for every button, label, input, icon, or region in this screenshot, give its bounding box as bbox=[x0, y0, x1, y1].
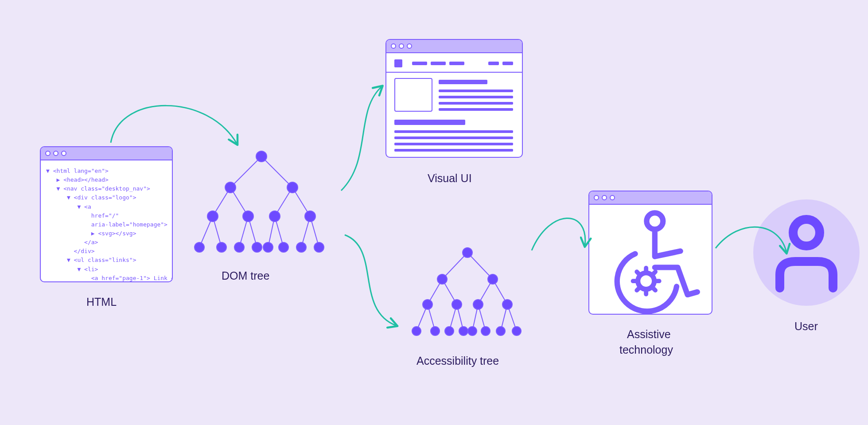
svg-line-29 bbox=[442, 253, 467, 279]
svg-point-51 bbox=[431, 327, 440, 335]
visual-ui-window bbox=[385, 39, 523, 158]
dom-tree-graphic bbox=[184, 148, 339, 263]
svg-point-20 bbox=[305, 211, 315, 222]
svg-point-28 bbox=[314, 242, 324, 252]
accessibility-tree-graphic bbox=[403, 245, 532, 344]
svg-point-24 bbox=[252, 242, 262, 252]
svg-point-16 bbox=[287, 182, 298, 193]
window-control-icon bbox=[53, 151, 58, 156]
svg-line-0 bbox=[230, 156, 261, 187]
svg-point-52 bbox=[445, 327, 454, 335]
svg-point-54 bbox=[468, 327, 477, 335]
svg-point-27 bbox=[296, 242, 306, 252]
user-icon bbox=[769, 213, 844, 292]
svg-point-23 bbox=[234, 242, 244, 252]
window-control-icon bbox=[391, 43, 396, 49]
window-control-icon bbox=[602, 195, 607, 200]
svg-point-49 bbox=[502, 300, 512, 309]
window-control-icon bbox=[610, 195, 615, 200]
svg-point-18 bbox=[243, 211, 253, 222]
svg-line-65 bbox=[652, 272, 655, 275]
svg-line-64 bbox=[637, 272, 640, 275]
window-control-icon bbox=[407, 43, 412, 49]
accessibility-icon bbox=[589, 205, 712, 314]
svg-point-45 bbox=[488, 274, 498, 284]
svg-point-19 bbox=[269, 211, 280, 222]
svg-point-17 bbox=[207, 211, 218, 222]
window-titlebar bbox=[386, 40, 522, 53]
svg-point-21 bbox=[195, 242, 204, 252]
svg-point-44 bbox=[437, 274, 447, 284]
svg-point-55 bbox=[481, 327, 490, 335]
assistive-tech-label-line1: Assistive bbox=[627, 328, 671, 341]
svg-point-57 bbox=[512, 327, 521, 335]
svg-line-30 bbox=[467, 253, 493, 279]
svg-point-15 bbox=[225, 182, 236, 193]
window-titlebar bbox=[41, 147, 172, 160]
svg-point-43 bbox=[463, 248, 472, 257]
svg-point-48 bbox=[473, 300, 483, 309]
window-control-icon bbox=[594, 195, 599, 200]
svg-point-58 bbox=[646, 213, 663, 229]
html-source-window: ▼ <html lang="en"> ▶ <head></head> ▼ <na… bbox=[40, 146, 173, 282]
user-label: User bbox=[794, 320, 818, 333]
window-control-icon bbox=[399, 43, 404, 49]
svg-point-14 bbox=[256, 151, 267, 162]
html-code-block: ▼ <html lang="en"> ▶ <head></head> ▼ <na… bbox=[41, 160, 172, 282]
assistive-tech-window bbox=[588, 191, 712, 315]
window-titlebar bbox=[589, 191, 712, 205]
svg-point-26 bbox=[279, 242, 288, 252]
svg-line-1 bbox=[261, 156, 292, 187]
svg-point-56 bbox=[496, 327, 505, 335]
html-label: HTML bbox=[86, 296, 117, 308]
visual-ui-label: Visual UI bbox=[428, 172, 472, 185]
svg-point-68 bbox=[793, 219, 820, 246]
window-control-icon bbox=[45, 151, 51, 156]
window-control-icon bbox=[61, 151, 66, 156]
svg-point-46 bbox=[423, 300, 432, 309]
assistive-tech-label-line2: technology bbox=[619, 343, 673, 356]
svg-point-22 bbox=[217, 242, 226, 252]
visual-ui-content bbox=[386, 53, 522, 157]
accessibility-tree-label: Accessibility tree bbox=[416, 355, 499, 367]
svg-line-66 bbox=[637, 287, 640, 290]
svg-point-50 bbox=[412, 327, 421, 335]
svg-point-53 bbox=[459, 327, 468, 335]
dom-tree-label: DOM tree bbox=[222, 269, 269, 282]
svg-line-67 bbox=[652, 287, 655, 290]
svg-point-25 bbox=[263, 242, 273, 252]
svg-point-47 bbox=[452, 300, 462, 309]
